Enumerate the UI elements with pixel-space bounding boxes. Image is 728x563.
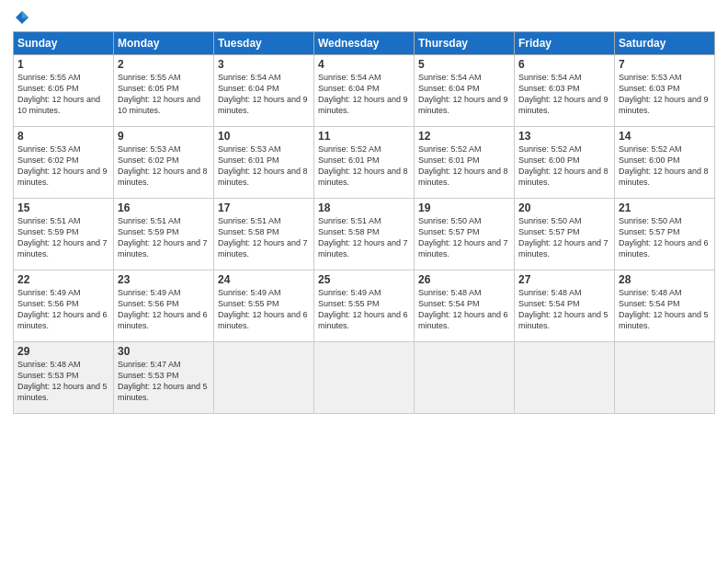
cell-info: Sunrise: 5:52 AMSunset: 6:00 PMDaylight:… xyxy=(619,144,709,187)
calendar-cell: 8Sunrise: 5:53 AMSunset: 6:02 PMDaylight… xyxy=(14,127,114,199)
day-number: 25 xyxy=(318,273,410,286)
cell-info: Sunrise: 5:50 AMSunset: 5:57 PMDaylight:… xyxy=(418,216,508,259)
calendar-week-2: 8Sunrise: 5:53 AMSunset: 6:02 PMDaylight… xyxy=(14,127,715,199)
calendar-body: 1Sunrise: 5:55 AMSunset: 6:05 PMDaylight… xyxy=(14,55,715,414)
header-day-saturday: Saturday xyxy=(615,32,715,55)
day-number: 7 xyxy=(619,58,711,71)
header-day-tuesday: Tuesday xyxy=(214,32,314,55)
cell-info: Sunrise: 5:47 AMSunset: 5:53 PMDaylight:… xyxy=(118,360,208,402)
calendar-cell: 2Sunrise: 5:55 AMSunset: 6:05 PMDaylight… xyxy=(114,55,214,127)
calendar-cell: 10Sunrise: 5:53 AMSunset: 6:01 PMDayligh… xyxy=(214,127,314,199)
calendar-cell: 28Sunrise: 5:48 AMSunset: 5:54 PMDayligh… xyxy=(615,270,715,342)
day-number: 18 xyxy=(318,201,410,214)
day-number: 8 xyxy=(17,130,109,143)
calendar-cell: 16Sunrise: 5:51 AMSunset: 5:59 PMDayligh… xyxy=(114,199,214,270)
day-number: 22 xyxy=(17,273,109,286)
header-day-wednesday: Wednesday xyxy=(314,32,415,55)
day-number: 19 xyxy=(418,201,510,214)
calendar-week-4: 22Sunrise: 5:49 AMSunset: 5:56 PMDayligh… xyxy=(14,270,715,342)
header-day-thursday: Thursday xyxy=(415,32,515,55)
day-number: 5 xyxy=(418,58,510,71)
header-day-monday: Monday xyxy=(114,32,214,55)
calendar-cell: 18Sunrise: 5:51 AMSunset: 5:58 PMDayligh… xyxy=(314,199,415,270)
calendar-cell: 22Sunrise: 5:49 AMSunset: 5:56 PMDayligh… xyxy=(14,270,114,342)
day-number: 2 xyxy=(118,58,210,71)
calendar-cell: 9Sunrise: 5:53 AMSunset: 6:02 PMDaylight… xyxy=(114,127,214,199)
calendar-cell: 30Sunrise: 5:47 AMSunset: 5:53 PMDayligh… xyxy=(114,342,214,414)
day-number: 20 xyxy=(518,201,610,214)
calendar-cell: 20Sunrise: 5:50 AMSunset: 5:57 PMDayligh… xyxy=(515,199,615,270)
calendar-cell: 21Sunrise: 5:50 AMSunset: 5:57 PMDayligh… xyxy=(615,199,715,270)
header-row: SundayMondayTuesdayWednesdayThursdayFrid… xyxy=(14,32,715,55)
header-day-friday: Friday xyxy=(515,32,615,55)
calendar-cell: 19Sunrise: 5:50 AMSunset: 5:57 PMDayligh… xyxy=(415,199,515,270)
calendar-cell: 3Sunrise: 5:54 AMSunset: 6:04 PMDaylight… xyxy=(214,55,314,127)
header-day-sunday: Sunday xyxy=(14,32,114,55)
calendar-week-3: 15Sunrise: 5:51 AMSunset: 5:59 PMDayligh… xyxy=(14,199,715,270)
calendar-cell: 1Sunrise: 5:55 AMSunset: 6:05 PMDaylight… xyxy=(14,55,114,127)
cell-info: Sunrise: 5:49 AMSunset: 5:55 PMDaylight:… xyxy=(318,288,408,330)
day-number: 6 xyxy=(518,58,610,71)
cell-info: Sunrise: 5:48 AMSunset: 5:54 PMDaylight:… xyxy=(619,288,709,330)
calendar-cell: 23Sunrise: 5:49 AMSunset: 5:56 PMDayligh… xyxy=(114,270,214,342)
calendar-cell: 29Sunrise: 5:48 AMSunset: 5:53 PMDayligh… xyxy=(14,342,114,414)
cell-info: Sunrise: 5:51 AMSunset: 5:58 PMDaylight:… xyxy=(318,216,408,259)
calendar-week-1: 1Sunrise: 5:55 AMSunset: 6:05 PMDaylight… xyxy=(14,55,715,127)
calendar-cell xyxy=(415,342,515,414)
cell-info: Sunrise: 5:53 AMSunset: 6:02 PMDaylight:… xyxy=(118,144,208,187)
day-number: 16 xyxy=(118,201,210,214)
cell-info: Sunrise: 5:51 AMSunset: 5:59 PMDaylight:… xyxy=(17,216,108,259)
calendar-cell: 13Sunrise: 5:52 AMSunset: 6:00 PMDayligh… xyxy=(515,127,615,199)
cell-info: Sunrise: 5:54 AMSunset: 6:03 PMDaylight:… xyxy=(518,73,609,115)
calendar-cell xyxy=(615,342,715,414)
day-number: 30 xyxy=(118,345,210,358)
logo-icon xyxy=(14,9,30,26)
day-number: 23 xyxy=(118,273,210,286)
calendar-cell: 5Sunrise: 5:54 AMSunset: 6:04 PMDaylight… xyxy=(415,55,515,127)
calendar-cell: 27Sunrise: 5:48 AMSunset: 5:54 PMDayligh… xyxy=(515,270,615,342)
day-number: 11 xyxy=(318,130,410,143)
calendar-cell: 15Sunrise: 5:51 AMSunset: 5:59 PMDayligh… xyxy=(14,199,114,270)
cell-info: Sunrise: 5:55 AMSunset: 6:05 PMDaylight:… xyxy=(118,73,200,115)
cell-info: Sunrise: 5:49 AMSunset: 5:56 PMDaylight:… xyxy=(17,288,108,330)
day-number: 1 xyxy=(17,58,109,71)
header xyxy=(13,9,715,26)
svg-marker-1 xyxy=(22,11,28,18)
day-number: 17 xyxy=(218,201,310,214)
cell-info: Sunrise: 5:52 AMSunset: 6:00 PMDaylight:… xyxy=(518,144,609,187)
day-number: 24 xyxy=(218,273,310,286)
cell-info: Sunrise: 5:55 AMSunset: 6:05 PMDaylight:… xyxy=(17,73,100,115)
cell-info: Sunrise: 5:50 AMSunset: 5:57 PMDaylight:… xyxy=(619,216,709,259)
cell-info: Sunrise: 5:48 AMSunset: 5:54 PMDaylight:… xyxy=(418,288,508,330)
cell-info: Sunrise: 5:50 AMSunset: 5:57 PMDaylight:… xyxy=(518,216,609,259)
calendar-cell: 24Sunrise: 5:49 AMSunset: 5:55 PMDayligh… xyxy=(214,270,314,342)
calendar-cell: 12Sunrise: 5:52 AMSunset: 6:01 PMDayligh… xyxy=(415,127,515,199)
cell-info: Sunrise: 5:54 AMSunset: 6:04 PMDaylight:… xyxy=(218,73,308,115)
calendar-cell: 25Sunrise: 5:49 AMSunset: 5:55 PMDayligh… xyxy=(314,270,415,342)
day-number: 15 xyxy=(17,201,109,214)
cell-info: Sunrise: 5:48 AMSunset: 5:54 PMDaylight:… xyxy=(518,288,609,330)
day-number: 29 xyxy=(17,345,109,358)
cell-info: Sunrise: 5:51 AMSunset: 5:58 PMDaylight:… xyxy=(218,216,308,259)
calendar-cell xyxy=(314,342,415,414)
day-number: 28 xyxy=(619,273,711,286)
cell-info: Sunrise: 5:48 AMSunset: 5:53 PMDaylight:… xyxy=(17,360,108,402)
calendar-cell: 26Sunrise: 5:48 AMSunset: 5:54 PMDayligh… xyxy=(415,270,515,342)
day-number: 3 xyxy=(218,58,310,71)
calendar-cell: 11Sunrise: 5:52 AMSunset: 6:01 PMDayligh… xyxy=(314,127,415,199)
day-number: 21 xyxy=(619,201,711,214)
cell-info: Sunrise: 5:53 AMSunset: 6:01 PMDaylight:… xyxy=(218,144,308,187)
day-number: 27 xyxy=(518,273,610,286)
cell-info: Sunrise: 5:52 AMSunset: 6:01 PMDaylight:… xyxy=(418,144,508,187)
cell-info: Sunrise: 5:54 AMSunset: 6:04 PMDaylight:… xyxy=(318,73,408,115)
calendar-cell: 17Sunrise: 5:51 AMSunset: 5:58 PMDayligh… xyxy=(214,199,314,270)
day-number: 13 xyxy=(518,130,610,143)
logo xyxy=(13,9,31,26)
calendar-cell: 6Sunrise: 5:54 AMSunset: 6:03 PMDaylight… xyxy=(515,55,615,127)
cell-info: Sunrise: 5:53 AMSunset: 6:02 PMDaylight:… xyxy=(17,144,108,187)
day-number: 9 xyxy=(118,130,210,143)
cell-info: Sunrise: 5:52 AMSunset: 6:01 PMDaylight:… xyxy=(318,144,408,187)
day-number: 14 xyxy=(619,130,711,143)
calendar-week-5: 29Sunrise: 5:48 AMSunset: 5:53 PMDayligh… xyxy=(14,342,715,414)
day-number: 4 xyxy=(318,58,410,71)
